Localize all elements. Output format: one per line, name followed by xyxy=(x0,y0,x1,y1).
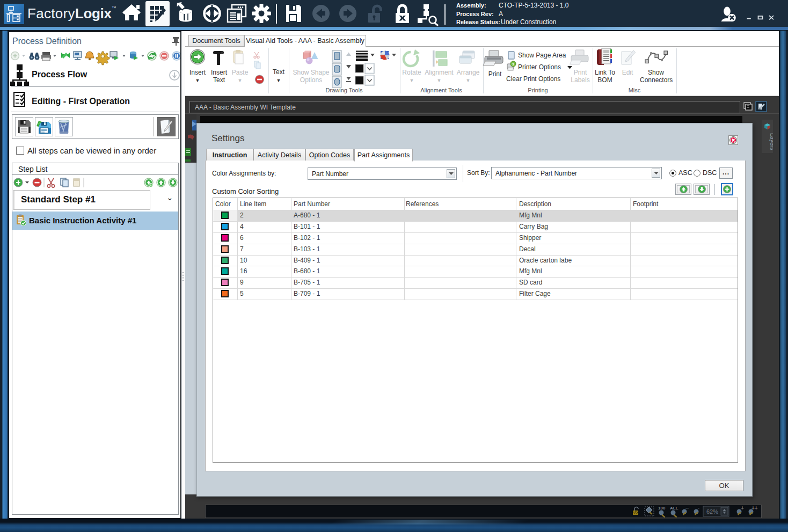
svg-text:--: -- xyxy=(685,505,689,511)
svg-text:-: - xyxy=(698,505,699,511)
svg-text:+: + xyxy=(741,505,744,511)
svg-text:62%: 62% xyxy=(706,508,718,515)
svg-text:ALL: ALL xyxy=(670,506,678,511)
svg-text:100: 100 xyxy=(658,506,666,511)
svg-text:Layers: Layers xyxy=(769,133,774,150)
svg-text:?: ? xyxy=(512,62,515,67)
